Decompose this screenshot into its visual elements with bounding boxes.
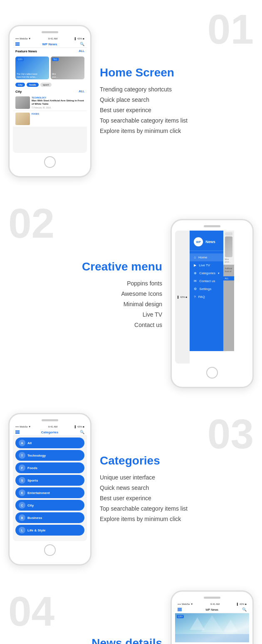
hamburger-icon-1[interactable] xyxy=(15,42,20,46)
settings-icon: ⚙ xyxy=(194,287,197,291)
phone-mockup-2: ▌ 42% ■ WP News ⌂ Home ▶ Live TV xyxy=(171,219,254,388)
section-2-features: Poppins fonts Awesome Icons Minimal desi… xyxy=(8,278,162,331)
news-item-2[interactable]: FOODS xyxy=(13,111,87,127)
home-carousel: CITY The City's tallest towerrises from … xyxy=(13,55,87,81)
hamburger-icon-4[interactable] xyxy=(178,608,182,611)
brand-name-1: WP News xyxy=(42,42,57,46)
cat-letter-sports: S xyxy=(19,477,25,484)
menu-sidebar: WP News ⌂ Home ▶ Live TV ⊕ Categories xyxy=(190,231,223,351)
cat-label-entertainment: Entertainment xyxy=(27,491,50,495)
phone-speaker-2 xyxy=(204,225,220,227)
search-icon-1[interactable]: 🔍 xyxy=(80,42,84,46)
cat-row-lifestyle[interactable]: L Life & Style xyxy=(15,525,84,536)
detail-hero-image: CITY xyxy=(175,613,249,642)
battery-3: ▌ 42% ■ xyxy=(75,425,84,428)
detail-content: Organic farm of sante new zealand limite… xyxy=(175,642,249,644)
categories-chevron: ▾ xyxy=(218,272,220,275)
carrier-4: •••• WebSe ▼ xyxy=(178,603,193,605)
cat-letter-city: C xyxy=(19,502,25,509)
cat-row-city[interactable]: C City xyxy=(15,500,84,511)
cat-row-foods[interactable]: F Foods xyxy=(15,462,84,473)
carousel-item-2[interactable]: TEC Minipour... xyxy=(51,57,84,79)
cat-label-foods: Foods xyxy=(27,466,37,470)
section-number-1: 01 xyxy=(208,8,254,50)
home-button-2[interactable] xyxy=(206,367,218,379)
phone-mockup-4: •••• WebSe ▼ 9:41 AM ▌ 42% ■ WP News 🔍 C… xyxy=(171,590,254,644)
tab-city[interactable]: City xyxy=(15,83,25,87)
news-item-1[interactable]: TECHNOLOGY Man With Steel Artificial Arm… xyxy=(13,95,87,111)
cat-letter-technology: T xyxy=(19,452,25,459)
section-3: 03 •••• WebSe ▼ 9:41 AM ▌ 42% ■ Categori… xyxy=(0,405,262,582)
cat-row-business[interactable]: B Business xyxy=(15,512,84,523)
battery-1: ▌ 42% ■ xyxy=(75,37,84,40)
cat-row-entertainment[interactable]: E Entertainment xyxy=(15,487,84,498)
home-button-1[interactable] xyxy=(44,156,56,168)
status-bar-3: •••• WebSe ▼ 9:41 AM ▌ 42% ■ xyxy=(13,425,87,429)
news-tag-1: TECHNOLOGY xyxy=(32,96,84,99)
hero-svg xyxy=(175,613,249,642)
cat-label-technology: Technology xyxy=(27,454,46,457)
section-2-text: Creative menu Poppins fonts Awesome Icon… xyxy=(8,260,162,331)
menu-label-home: Home xyxy=(198,256,207,259)
status-bar-2: ▌ 42% ■ xyxy=(175,231,190,364)
feature-all-link[interactable]: ALL xyxy=(79,49,84,53)
svg-rect-3 xyxy=(175,634,249,642)
section-number-2: 02 xyxy=(8,202,54,244)
news-tag-2: FOODS xyxy=(32,113,84,115)
cat-row-sports[interactable]: S Sports xyxy=(15,475,84,486)
phone-screen-3: •••• WebSe ▼ 9:41 AM ▌ 42% ■ Categories … xyxy=(13,425,87,541)
cat-row-all[interactable]: A All xyxy=(15,438,84,448)
categories-icon: ⊕ xyxy=(194,271,197,275)
section-3-title: Categories xyxy=(100,454,254,467)
brand-name-4: WP News xyxy=(205,608,218,611)
cat-row-technology[interactable]: T Technology xyxy=(15,450,84,461)
carousel-caption-2: Minipour... xyxy=(52,73,58,78)
home-button-3[interactable] xyxy=(44,544,56,556)
carousel-item-1[interactable]: CITY The City's tallest towerrises from … xyxy=(15,57,49,79)
carousel-badge-2: TEC xyxy=(52,58,59,61)
section-3-features: Unique user interface Quick news search … xyxy=(100,472,254,525)
phone-speaker-3 xyxy=(42,419,58,421)
phone-nav-3: Categories 🔍 xyxy=(13,429,87,436)
carousel-badge-1: CITY xyxy=(17,58,24,61)
menu-label-faq: FAQ xyxy=(198,295,205,299)
menu-item-categories[interactable]: ⊕ Categories ▾ xyxy=(190,269,223,277)
menu-item-livetv[interactable]: ▶ Live TV xyxy=(190,261,223,269)
detail-nav: WP News 🔍 xyxy=(175,606,249,613)
hamburger-icon-3[interactable] xyxy=(15,430,20,434)
menu-right-overlay: Minipour... Artificialfront of ALL xyxy=(223,231,235,351)
news-thumb-2 xyxy=(15,113,30,125)
faq-icon: ? xyxy=(194,295,195,299)
hero-badge: CITY xyxy=(177,615,184,618)
menu-logo-circle: WP xyxy=(194,237,203,246)
search-icon-4[interactable]: 🔍 xyxy=(242,607,247,612)
cat-label-business: Business xyxy=(27,516,42,520)
cat-label-sports: Sports xyxy=(27,479,38,482)
section-title-city: City ALL xyxy=(13,88,87,95)
section-2: 02 Creative menu Poppins fonts Awesome I… xyxy=(0,194,262,405)
svg-marker-2 xyxy=(223,619,238,632)
search-icon-3[interactable]: 🔍 xyxy=(80,430,84,434)
menu-layout: WP News ⌂ Home ▶ Live TV ⊕ Categories xyxy=(190,231,234,351)
menu-logo-area: WP News xyxy=(190,235,223,251)
section-1-text: Home Screen Trending category shortcuts … xyxy=(100,66,254,137)
menu-item-home[interactable]: ⌂ Home xyxy=(190,253,223,261)
livetv-icon: ▶ xyxy=(194,263,196,267)
menu-item-faq[interactable]: ? FAQ xyxy=(190,293,223,301)
menu-item-settings[interactable]: ⚙ Settings xyxy=(190,285,223,293)
section-3-text: Categories Unique user interface Quick n… xyxy=(100,454,254,525)
battery-2: ▌ 42% ■ xyxy=(178,296,187,298)
section-4-text: News details Easily readable format Larg… xyxy=(8,637,162,644)
menu-item-contact[interactable]: ✉ Contact us xyxy=(190,277,223,285)
carrier-3: •••• WebSe ▼ xyxy=(15,425,31,428)
tab-sport[interactable]: sport xyxy=(40,83,52,87)
phone-screen-2: ▌ 42% ■ WP News ⌂ Home ▶ Live TV xyxy=(175,231,249,364)
city-section-all[interactable]: ALL xyxy=(79,90,84,93)
categories-list: A All T Technology F Foods S Sports E xyxy=(13,436,87,539)
tab-foods[interactable]: foods xyxy=(27,83,38,87)
cat-label-all: All xyxy=(27,441,32,445)
home-icon: ⌂ xyxy=(194,256,196,259)
menu-label-settings: Settings xyxy=(199,287,211,291)
menu-label-categories: Categories xyxy=(199,271,215,275)
feature-title-text: Feature News xyxy=(15,49,37,53)
